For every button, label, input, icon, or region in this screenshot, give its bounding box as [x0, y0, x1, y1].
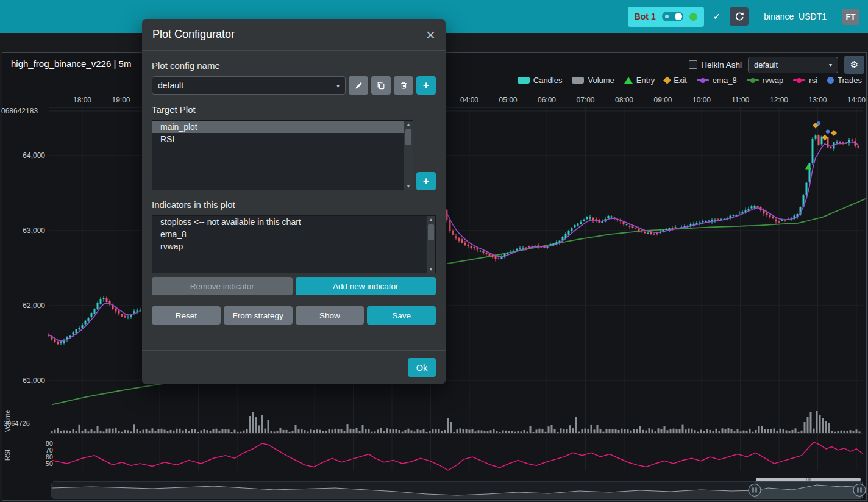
modal-footer: Ok — [142, 350, 446, 384]
copy-icon — [377, 81, 385, 90]
config-name-select[interactable]: default ▾ — [152, 76, 346, 95]
rsi-legend-marker-icon — [793, 79, 805, 81]
scroll-down-icon[interactable]: ▼ — [404, 184, 413, 188]
bot-toggle-switch[interactable] — [662, 12, 683, 21]
target-plot-listbox[interactable]: main_plot RSI ▲ ▼ — [152, 120, 413, 190]
legend-label: rsi — [809, 76, 817, 85]
bot-online-dot — [689, 13, 697, 21]
indicator-option-stoploss[interactable]: stoploss <-- not available in this chart — [152, 216, 426, 228]
legend-item-rvwap[interactable]: rvwap — [747, 76, 784, 85]
line-dot — [700, 78, 705, 83]
ok-button[interactable]: Ok — [408, 358, 436, 377]
gear-icon: ⚙ — [850, 59, 858, 70]
scroll-up-icon[interactable]: ▲ — [404, 122, 413, 126]
toggle-knob — [675, 13, 682, 20]
plot-config-select-value: default — [754, 60, 778, 70]
add-plot-button[interactable]: + — [416, 172, 436, 190]
legend-item-trades[interactable]: Trades — [827, 76, 862, 85]
scroll-up-icon[interactable]: ▲ — [427, 217, 435, 221]
close-button[interactable]: × — [426, 29, 435, 41]
heikin-ashi-control[interactable]: Heikin Ashi — [689, 60, 742, 70]
plot-configurator-button[interactable]: ⚙ — [844, 56, 864, 74]
from-strategy-button[interactable]: From strategy — [224, 306, 293, 325]
edit-config-button[interactable] — [349, 76, 368, 95]
target-plot-option-rsi[interactable]: RSI — [152, 133, 404, 145]
delete-config-button[interactable] — [394, 76, 413, 95]
config-name-row: default ▾ — [152, 76, 436, 95]
legend-item-volume[interactable]: Volume — [572, 76, 614, 85]
legend-item-exit[interactable]: Exit — [664, 76, 687, 85]
legend-label: Trades — [838, 76, 862, 85]
legend-label: ema_8 — [713, 76, 737, 85]
indicator-buttons-row: Remove indicator Add new indicator — [152, 277, 436, 295]
trades-legend-marker-icon — [827, 77, 834, 84]
scrollbar-thumb[interactable] — [428, 224, 434, 240]
ema_8-legend-marker-icon — [697, 79, 709, 81]
reset-button[interactable]: Reset — [152, 306, 221, 325]
modal-header: Plot Configurator × — [142, 19, 446, 51]
pair-label: binance_USDT1 — [764, 12, 827, 21]
legend-label: Volume — [588, 76, 614, 85]
indicators-listbox[interactable]: stoploss <-- not available in this chart… — [152, 215, 436, 273]
scrollbar-thumb[interactable] — [405, 129, 411, 145]
indicators-label: Indicators in this plot — [152, 199, 436, 210]
legend-label: rvwap — [763, 76, 784, 85]
refresh-icon — [735, 12, 744, 21]
bot-name-label: Bot 1 — [635, 12, 656, 21]
scroll-down-icon[interactable]: ▼ — [427, 267, 435, 271]
volume-legend-marker-icon — [572, 77, 584, 84]
legend-item-rsi[interactable]: rsi — [793, 76, 817, 85]
legend-label: Entry — [636, 76, 655, 85]
target-plot-row: main_plot RSI ▲ ▼ + — [152, 120, 436, 190]
plus-icon: + — [423, 176, 430, 187]
indicator-option-ema8[interactable]: ema_8 — [152, 228, 426, 240]
trash-icon — [400, 81, 408, 90]
chevron-down-icon: ▾ — [336, 82, 340, 89]
close-icon: × — [426, 26, 435, 44]
exit-legend-diamond-icon — [663, 76, 671, 84]
legend-item-candles[interactable]: Candles — [518, 76, 563, 85]
chart-title: high_frog_binance_v226 | 5m — [11, 59, 131, 69]
ft-logo[interactable]: FT — [842, 9, 859, 25]
target-plot-label: Target Plot — [152, 104, 436, 115]
line-dot — [750, 78, 755, 83]
indicator-option-rvwap[interactable]: rvwap — [152, 240, 426, 253]
add-new-indicator-button[interactable]: Add new indicator — [296, 277, 436, 295]
heikin-ashi-checkbox[interactable] — [689, 60, 697, 69]
heikin-ashi-label: Heikin Ashi — [701, 60, 742, 70]
modal-body: Plot config name default ▾ — [142, 51, 446, 350]
save-button[interactable]: Save — [367, 306, 436, 325]
listbox-scrollbar[interactable]: ▲ ▼ — [404, 121, 413, 190]
legend-item-entry[interactable]: Entry — [624, 76, 655, 85]
chevron-down-icon: ▾ — [829, 62, 832, 68]
rvwap-legend-marker-icon — [747, 79, 759, 81]
add-config-button[interactable]: + — [416, 76, 436, 95]
legend-label: Candles — [533, 76, 563, 85]
chart-controls: Heikin Ashi default ▾ ⚙ — [689, 56, 864, 74]
plot-config-select[interactable]: default ▾ — [748, 57, 838, 73]
pencil-icon — [355, 82, 363, 90]
chart-legend: CandlesVolumeEntryExitema_8rvwaprsiTrade… — [518, 76, 862, 85]
line-dot — [797, 78, 802, 83]
plot-configurator-modal: Plot Configurator × Plot config name def… — [142, 19, 446, 384]
duplicate-config-button[interactable] — [371, 76, 391, 95]
target-plot-side: + — [416, 120, 436, 190]
bot-selector-chip[interactable]: Bot 1 — [628, 7, 704, 27]
check-icon: ✓ — [713, 11, 721, 22]
legend-item-ema-8[interactable]: ema_8 — [697, 76, 737, 85]
listbox-scrollbar[interactable]: ▲ ▼ — [426, 216, 435, 273]
config-action-row: Reset From strategy Show Save — [152, 306, 436, 325]
legend-label: Exit — [674, 76, 687, 85]
remove-indicator-button[interactable]: Remove indicator — [152, 277, 293, 295]
config-name-value: default — [158, 81, 183, 90]
plus-icon: + — [423, 80, 430, 91]
show-button[interactable]: Show — [296, 306, 365, 325]
modal-title: Plot Configurator — [152, 28, 235, 41]
entry-legend-triangle-icon — [624, 77, 633, 84]
candles-legend-marker-icon — [518, 77, 530, 84]
refresh-button[interactable] — [730, 7, 749, 26]
plot-config-name-label: Plot config name — [152, 60, 436, 71]
target-plot-option-main-plot[interactable]: main_plot — [152, 121, 404, 133]
